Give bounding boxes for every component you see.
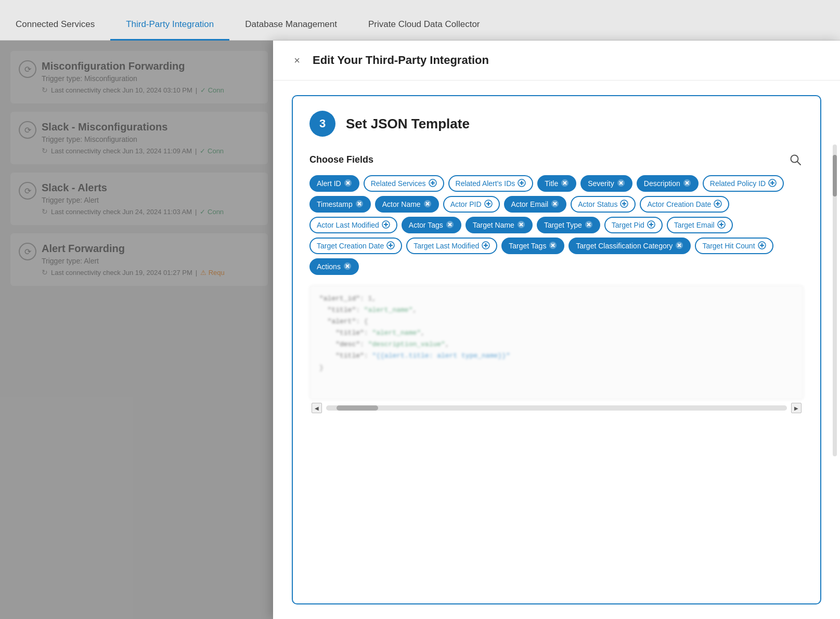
step-box: 3 Set JSON Template Choose Fields Ale (292, 95, 821, 604)
tag-label: Actor Status (578, 200, 617, 208)
tag-actor-tags[interactable]: Actor Tags (402, 217, 461, 233)
tag-title[interactable]: Title (537, 175, 576, 192)
remove-icon[interactable] (446, 220, 454, 230)
tag-target-pid[interactable]: Target Pid (604, 217, 663, 233)
tab-private-cloud[interactable]: Private Cloud Data Collector (353, 10, 495, 41)
modal-body[interactable]: 3 Set JSON Template Choose Fields Ale (273, 81, 840, 619)
close-button[interactable]: × (290, 53, 304, 68)
fields-label: Choose Fields (309, 154, 373, 165)
tags-area: Alert IDRelated ServicesRelated Alert's … (309, 175, 804, 275)
tag-target-tags[interactable]: Target Tags (501, 238, 564, 254)
remove-icon[interactable] (585, 220, 593, 230)
tag-actions[interactable]: Actions (309, 258, 359, 275)
tag-label: Related Services (371, 179, 426, 188)
add-icon[interactable] (768, 179, 777, 188)
json-preview: "alert_id": 1, "title": "alert_name", "a… (309, 285, 804, 400)
tag-timestamp[interactable]: Timestamp (309, 196, 371, 213)
modal-panel: × Edit Your Third-Party Integration 3 Se… (273, 41, 840, 619)
tab-third-party-integration[interactable]: Third-Party Integration (110, 10, 229, 41)
horizontal-scrollbar[interactable]: ◀ ▶ (309, 403, 804, 413)
tag-label: Severity (588, 179, 614, 188)
tag-label: Actor Email (511, 200, 549, 208)
scroll-right-button[interactable]: ▶ (791, 403, 802, 413)
tag-label: Actor Creation Date (647, 200, 711, 208)
add-icon[interactable] (647, 220, 655, 230)
add-icon[interactable] (714, 200, 722, 209)
tag-label: Actions (317, 262, 341, 271)
add-icon[interactable] (386, 241, 395, 251)
tag-actor-name[interactable]: Actor Name (375, 196, 439, 213)
tag-label: Target Hit Count (702, 242, 755, 250)
tag-label: Alert ID (317, 179, 341, 188)
step-title: Set JSON Template (346, 116, 470, 132)
add-icon[interactable] (717, 220, 726, 230)
remove-icon[interactable] (675, 241, 683, 251)
tag-label: Target Email (674, 221, 715, 229)
remove-icon[interactable] (355, 200, 364, 209)
remove-icon[interactable] (617, 179, 625, 188)
scroll-thumb (337, 405, 378, 411)
tag-label: Actor Name (382, 200, 421, 208)
tag-target-last-modified[interactable]: Target Last Modified (406, 238, 497, 254)
add-icon[interactable] (382, 220, 390, 230)
search-button[interactable] (787, 151, 804, 168)
tag-label: Target Creation Date (317, 242, 384, 250)
tag-label: Related Alert's IDs (456, 179, 515, 188)
remove-icon[interactable] (549, 241, 557, 251)
remove-icon[interactable] (344, 179, 352, 188)
remove-icon[interactable] (423, 200, 432, 209)
scrollbar-thumb (833, 155, 837, 196)
remove-icon[interactable] (683, 179, 691, 188)
svg-line-1 (797, 162, 800, 165)
tag-label: Target Name (473, 221, 514, 229)
add-icon[interactable] (518, 179, 526, 188)
tab-database-management[interactable]: Database Management (229, 10, 353, 41)
modal-title: Edit Your Third-Party Integration (313, 54, 489, 67)
top-navigation: Connected Services Third-Party Integrati… (0, 0, 840, 41)
tag-actor-last-modified[interactable]: Actor Last Modified (309, 217, 397, 233)
add-icon[interactable] (429, 179, 437, 188)
modal-header: × Edit Your Third-Party Integration (273, 41, 840, 81)
add-icon[interactable] (484, 200, 493, 209)
tag-severity[interactable]: Severity (580, 175, 632, 192)
tag-actor-creation-date[interactable]: Actor Creation Date (640, 196, 729, 213)
tag-actor-pid[interactable]: Actor PID (443, 196, 500, 213)
tag-description[interactable]: Description (637, 175, 699, 192)
tag-label: Actor PID (450, 200, 482, 208)
step-header: 3 Set JSON Template (309, 111, 804, 137)
tab-label: Private Cloud Data Collector (368, 19, 480, 29)
tag-related-alerts-ids[interactable]: Related Alert's IDs (448, 175, 534, 192)
tag-label: Actor Tags (409, 221, 443, 229)
add-icon[interactable] (482, 241, 490, 251)
step-number: 3 (309, 111, 335, 137)
tag-target-name[interactable]: Target Name (466, 217, 533, 233)
vertical-scrollbar[interactable] (833, 144, 837, 456)
remove-icon[interactable] (517, 220, 525, 230)
tab-label: Connected Services (16, 19, 95, 29)
tab-label: Database Management (245, 19, 337, 29)
tag-label: Title (545, 179, 558, 188)
tag-actor-email[interactable]: Actor Email (504, 196, 567, 213)
tag-label: Target Last Modified (413, 242, 479, 250)
tag-target-creation-date[interactable]: Target Creation Date (309, 238, 402, 254)
remove-icon[interactable] (551, 200, 559, 209)
scroll-left-button[interactable]: ◀ (312, 403, 322, 413)
tag-related-services[interactable]: Related Services (364, 175, 444, 192)
tag-target-classification-category[interactable]: Target Classification Category (568, 238, 691, 254)
remove-icon[interactable] (561, 179, 569, 188)
tag-related-policy-id[interactable]: Related Policy ID (703, 175, 784, 192)
scroll-track[interactable] (326, 405, 787, 411)
tag-target-hit-count[interactable]: Target Hit Count (695, 238, 773, 254)
tag-label: Related Policy ID (710, 179, 766, 188)
remove-icon[interactable] (343, 262, 352, 271)
tag-label: Target Tags (509, 242, 546, 250)
add-icon[interactable] (620, 200, 628, 209)
tag-label: Target Type (544, 221, 582, 229)
tag-actor-status[interactable]: Actor Status (571, 196, 636, 213)
tag-target-email[interactable]: Target Email (667, 217, 733, 233)
tag-alert-id[interactable]: Alert ID (309, 175, 359, 192)
add-icon[interactable] (758, 241, 766, 251)
tab-connected-services[interactable]: Connected Services (0, 10, 110, 41)
tag-target-type[interactable]: Target Type (537, 217, 600, 233)
tag-label: Target Classification Category (576, 242, 673, 250)
